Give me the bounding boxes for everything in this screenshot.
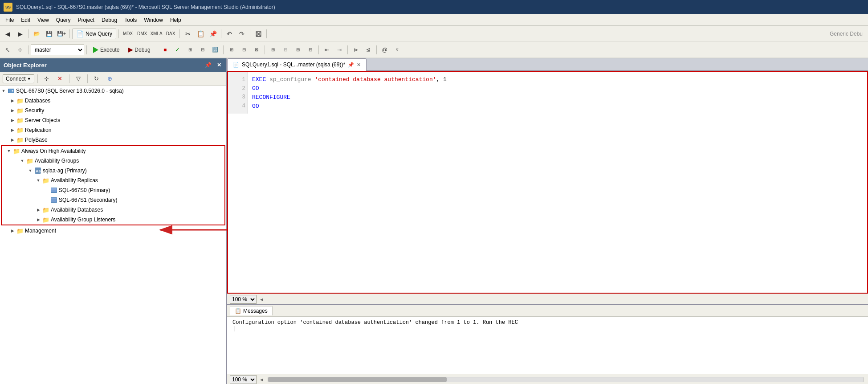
server-objects-node[interactable]: ▶ 📁 Server Objects [0, 115, 226, 125]
copy3-button[interactable]: XMLA [150, 28, 163, 40]
redo-button[interactable]: ↷ [236, 28, 248, 40]
agl-expander[interactable]: ▶ [35, 216, 42, 223]
indent-btn[interactable]: ⇤ [321, 44, 333, 56]
sql-667s1-node[interactable]: SQL-667S1 (Secondary) [2, 195, 224, 205]
oe-pin-button[interactable]: 📌 [204, 61, 213, 69]
zoom-scroll-left[interactable]: ◄ [259, 377, 264, 382]
tab-pin-button[interactable]: 📌 [348, 62, 354, 68]
replication-expander[interactable]: ▶ [9, 127, 16, 134]
oe-close-button[interactable]: ✕ [216, 61, 223, 69]
polybase-expander[interactable]: ▶ [9, 136, 16, 143]
ar-expander[interactable]: ▼ [35, 177, 42, 184]
menu-window[interactable]: Window [140, 16, 167, 24]
replication-node[interactable]: ▶ 📁 Replication [0, 125, 226, 135]
cut-button[interactable]: ✂ [182, 28, 194, 40]
undo-button[interactable]: ↶ [224, 28, 235, 40]
databases-node[interactable]: ▶ 📁 Databases [0, 96, 226, 106]
save-all-button[interactable]: 💾+ [56, 28, 67, 40]
calc-button[interactable]: 🔢 [209, 44, 221, 56]
grid-view-btn2[interactable]: ⊟ [280, 44, 291, 56]
grid-view-btn3[interactable]: ⊞ [292, 44, 304, 56]
menu-tools[interactable]: Tools [121, 16, 140, 24]
sql-667s0-node[interactable]: SQL-667S0 (Primary) [2, 185, 224, 195]
back-button[interactable]: ◀ [2, 28, 13, 40]
forward-button[interactable]: ▶ [14, 28, 26, 40]
copy4-button[interactable]: DAX [164, 28, 177, 40]
menu-debug[interactable]: Debug [98, 16, 121, 24]
query-editor[interactable]: EXEC sp_configure 'contained database au… [228, 72, 867, 114]
results-scrollbar[interactable] [268, 377, 864, 382]
ar-folder-icon: 📁 [42, 176, 50, 184]
ag-expander[interactable]: ▼ [19, 157, 26, 164]
availability-replicas-node[interactable]: ▼ 📁 Availability Replicas [2, 176, 224, 185]
ag-listeners-node[interactable]: ▶ 📁 Availability Group Listeners [2, 215, 224, 225]
open-file-button[interactable]: 📂 [31, 28, 42, 40]
grid-view-btn4[interactable]: ⊟ [305, 44, 316, 56]
save-button[interactable]: 💾 [43, 28, 55, 40]
connect-button[interactable]: Connect ▼ [3, 74, 34, 83]
menu-file[interactable]: File [2, 16, 17, 24]
grid-button1[interactable]: ⊞ [184, 44, 196, 56]
mgmt-expander[interactable]: ▶ [9, 227, 16, 234]
menu-view[interactable]: View [34, 16, 53, 24]
paste-button[interactable]: 📌 [207, 28, 219, 40]
server-label: SQL-667S0 (SQL Server 13.0.5026.0 - sqls… [15, 88, 124, 94]
menu-edit[interactable]: Edit [17, 16, 34, 24]
pointer-button[interactable]: ↖ [2, 44, 13, 56]
zoom-in-btn[interactable]: ⊳ [350, 44, 362, 56]
zoom-out-btn[interactable]: ⊴ [363, 44, 374, 56]
line-numbers: 1234 [228, 72, 248, 114]
copy2-button[interactable]: DMX [135, 28, 149, 40]
at-btn[interactable]: @ [379, 44, 391, 56]
oe-refresh-btn[interactable]: ↻ [91, 73, 102, 85]
grid-view-btn1[interactable]: ⊞ [267, 44, 279, 56]
query-tab[interactable]: 📄 SQLQuery1.sql - SQL...master (sqlsa (6… [227, 58, 367, 71]
separator-3 [118, 29, 119, 38]
oe-delete-btn[interactable]: ✕ [54, 73, 66, 85]
security-node[interactable]: ▶ 📁 Security [0, 106, 226, 115]
security-expander[interactable]: ▶ [9, 107, 16, 114]
database-dropdown[interactable]: master [31, 45, 84, 55]
oe-filter-btn[interactable]: ▽ [73, 73, 84, 85]
menu-help[interactable]: Help [167, 16, 185, 24]
zoom-select-1[interactable]: 100 % [230, 295, 257, 304]
oe-new-query-btn[interactable]: ⊹ [41, 73, 53, 85]
adb-expander[interactable]: ▶ [35, 206, 42, 213]
availability-groups-node[interactable]: ▼ 📁 Availability Groups [2, 156, 224, 166]
server-expander[interactable]: ▼ [0, 87, 7, 94]
server-objects-expander[interactable]: ▶ [9, 117, 16, 124]
stop-button[interactable]: ■ [159, 44, 171, 56]
oe-summary-btn[interactable]: ⊕ [104, 73, 116, 85]
sqlaa-expander[interactable]: ▼ [27, 167, 34, 174]
layout-btn2[interactable]: ⊟ [238, 44, 250, 56]
copy1-button[interactable]: MDX [121, 28, 134, 40]
svg-rect-7 [51, 190, 57, 192]
databases-expander[interactable]: ▶ [9, 97, 16, 104]
server-node[interactable]: ▼ SQL-667S0 (SQL Server 13.0.5026.0 - sq… [0, 86, 226, 96]
outdent-btn[interactable]: ⇥ [334, 44, 345, 56]
execute-button[interactable]: Execute [89, 45, 123, 55]
misc-btn[interactable]: ▿ [391, 44, 403, 56]
check-button[interactable]: ✓ [172, 44, 183, 56]
messages-tab[interactable]: 📋 Messages [230, 306, 273, 315]
step-button[interactable]: ⊹ [14, 44, 26, 56]
zoom-select-2[interactable]: 100 % [230, 375, 257, 384]
grid-button2[interactable]: ⊟ [197, 44, 208, 56]
management-node[interactable]: ▶ 📁 Management [0, 226, 226, 236]
new-query-button[interactable]: 📄 New Query [72, 29, 116, 39]
layout-btn3[interactable]: ⊠ [251, 44, 262, 56]
debug-button[interactable]: ▶ Debug [124, 45, 154, 55]
title-bar-text: SQLQuery1.sql - SQL-667S0.master (sqlsa … [16, 4, 275, 10]
layout-btn1[interactable]: ⊞ [226, 44, 237, 56]
always-on-expander[interactable]: ▼ [5, 147, 12, 155]
menu-query[interactable]: Query [53, 16, 74, 24]
always-on-node[interactable]: ▼ 📁 Always On High Availability [2, 146, 224, 156]
polybase-node[interactable]: ▶ 📁 PolyBase [0, 135, 226, 145]
availability-dbs-node[interactable]: ▶ 📁 Availability Databases [2, 205, 224, 215]
menu-project[interactable]: Project [74, 16, 98, 24]
copy-button[interactable]: 📋 [195, 28, 206, 40]
tab-close-button[interactable]: ✕ [357, 62, 361, 68]
debug-stop-button[interactable]: ⊠ [253, 28, 264, 40]
replication-folder-icon: 📁 [16, 126, 24, 134]
sqlaa-ag-node[interactable]: ▼ AG sqlaa-ag (Primary) [2, 166, 224, 176]
